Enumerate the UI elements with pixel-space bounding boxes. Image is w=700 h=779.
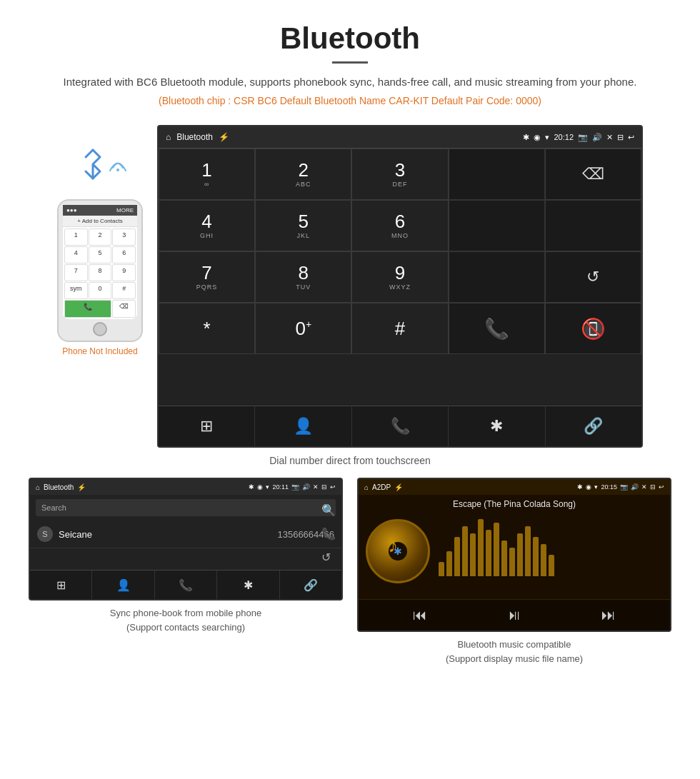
sync-side-icon[interactable]: ↺: [321, 551, 336, 564]
home-icon[interactable]: ⌂: [166, 132, 171, 142]
music-home-icon[interactable]: ⌂: [364, 483, 369, 491]
phone-home-button[interactable]: [93, 322, 107, 336]
phone-key-2[interactable]: 2: [89, 228, 112, 246]
dial-key-star[interactable]: *: [159, 303, 255, 354]
volume-icon[interactable]: 🔊: [592, 133, 602, 142]
dial-key-2[interactable]: 2 ABC: [255, 149, 351, 200]
dial-key-9[interactable]: 9 WXYZ: [351, 251, 448, 303]
dial-call-green[interactable]: 📞: [449, 303, 545, 354]
phone-key-5[interactable]: 5: [89, 246, 112, 263]
music-status-bar: ⌂ A2DP ⚡ ✱ ◉ ▾ 20:15 📷 🔊 ✕ ⊟ ↩: [359, 479, 670, 495]
nav-keypad[interactable]: ⊞: [159, 406, 255, 446]
music-close-icon[interactable]: ✕: [641, 483, 647, 491]
pb-status-left: ⌂ Bluetooth ⚡: [36, 483, 86, 491]
phone-key-1[interactable]: 1: [64, 228, 88, 246]
pb-home-icon[interactable]: ⌂: [36, 483, 40, 491]
music-cam-icon[interactable]: 📷: [620, 483, 628, 491]
close-icon[interactable]: ✕: [606, 133, 613, 142]
pb-vol-icon[interactable]: 🔊: [302, 483, 310, 491]
music-playpause-button[interactable]: ⏯: [507, 607, 521, 623]
phone-key-3[interactable]: 3: [112, 228, 136, 246]
music-vol-icon[interactable]: 🔊: [631, 483, 639, 491]
signal-icon: ▾: [545, 133, 549, 142]
back-icon[interactable]: ↩: [628, 133, 634, 142]
phone-key-call[interactable]: 📞: [64, 300, 111, 318]
dial-backspace[interactable]: ⌫: [545, 149, 641, 200]
search-bar[interactable]: Search: [36, 499, 336, 516]
phone-key-8[interactable]: 8: [89, 264, 112, 281]
music-title: A2DP: [372, 483, 391, 491]
pb-nav-bluetooth[interactable]: ✱: [217, 571, 279, 599]
nav-bluetooth[interactable]: ✱: [449, 406, 545, 446]
dial-key-6[interactable]: 6 MNO: [351, 200, 448, 251]
music-status-right: ✱ ◉ ▾ 20:15 📷 🔊 ✕ ⊟ ↩: [577, 483, 664, 491]
phonebook-bottom-nav: ⊞ 👤 📞 ✱ 🔗: [30, 570, 341, 599]
bottom-row: ⌂ Bluetooth ⚡ ✱ ◉ ▾ 20:11 📷 🔊 ✕ ⊟ ↩: [0, 478, 700, 687]
music-loc-icon: ◉: [586, 483, 591, 491]
nav-calls[interactable]: 📞: [352, 406, 449, 446]
call-side-icon[interactable]: 📞: [321, 527, 336, 541]
phone-key-sym[interactable]: sym: [64, 282, 88, 299]
pb-nav-contacts[interactable]: 👤: [92, 571, 154, 599]
phone-key-del[interactable]: ⌫: [112, 300, 136, 318]
page-specs: (Bluetooth chip : CSR BC6 Default Blueto…: [14, 95, 686, 106]
phone-not-included-label: Phone Not Included: [62, 346, 137, 356]
dial-call-red[interactable]: 📵: [545, 303, 641, 354]
phone-key-0[interactable]: 0: [89, 282, 112, 299]
music-caption: Bluetooth music compatible(Support displ…: [446, 638, 583, 665]
phonebook-caption: Sync phone-book from mobile phone(Suppor…: [110, 606, 261, 634]
contact-row[interactable]: S Seicane 13566664466: [30, 521, 341, 548]
phone-key-hash[interactable]: #: [112, 282, 136, 299]
nav-contacts[interactable]: 👤: [255, 406, 351, 446]
pb-nav-calls[interactable]: 📞: [155, 571, 217, 599]
equalizer: [430, 519, 663, 576]
time-display: 20:12: [554, 133, 574, 141]
phonebook-screen-wrap: ⌂ Bluetooth ⚡ ✱ ◉ ▾ 20:11 📷 🔊 ✕ ⊟ ↩: [29, 478, 343, 665]
music-controls: ⏮ ⏯ ⏭: [359, 599, 670, 630]
phone-key-6[interactable]: 6: [112, 246, 136, 263]
pb-close-icon[interactable]: ✕: [313, 483, 319, 491]
pb-cam-icon[interactable]: 📷: [291, 483, 299, 491]
phone-key-4[interactable]: 4: [64, 246, 88, 263]
dial-key-8[interactable]: 8 TUV: [255, 251, 351, 303]
eq-bar: [525, 526, 531, 576]
phone-keypad: 1 2 3 4 5 6 7 8 9 sym 0 # 📞 ⌫: [63, 227, 137, 319]
music-prev-button[interactable]: ⏮: [413, 607, 427, 623]
search-side-icon[interactable]: 🔍: [321, 503, 336, 517]
screen-icon[interactable]: ⊟: [617, 133, 624, 142]
phone-key-9[interactable]: 9: [112, 264, 136, 281]
status-left: ⌂ Bluetooth ⚡: [166, 132, 229, 142]
phone-key-7[interactable]: 7: [64, 264, 88, 281]
dial-caption: Dial number direct from touchscreen: [0, 455, 700, 466]
car-dial-screen: ⌂ Bluetooth ⚡ ✱ ◉ ▾ 20:12 📷 🔊 ✕ ⊟ ↩ 1 ∞: [157, 125, 643, 448]
pb-signal-icon: ▾: [266, 483, 269, 491]
dial-key-4[interactable]: 4 GHI: [159, 200, 255, 251]
eq-bar: [462, 526, 468, 576]
page-header: Bluetooth Integrated with BC6 Bluetooth …: [0, 0, 700, 125]
eq-bar: [454, 537, 460, 576]
music-status-left: ⌂ A2DP ⚡: [364, 483, 403, 491]
nav-link[interactable]: 🔗: [546, 406, 641, 446]
music-back-icon[interactable]: ↩: [659, 483, 664, 491]
status-title: Bluetooth: [176, 132, 213, 142]
car-status-bar: ⌂ Bluetooth ⚡ ✱ ◉ ▾ 20:12 📷 🔊 ✕ ⊟ ↩: [159, 126, 641, 148]
dial-redial[interactable]: ↺: [545, 251, 641, 303]
music-next-button[interactable]: ⏭: [601, 607, 616, 623]
pb-nav-keypad[interactable]: ⊞: [30, 571, 92, 599]
dial-key-7[interactable]: 7 PQRS: [159, 251, 255, 303]
pb-screen-icon[interactable]: ⊟: [321, 483, 327, 491]
pb-title: Bluetooth: [44, 483, 74, 491]
music-screen-icon[interactable]: ⊟: [650, 483, 656, 491]
dial-key-0[interactable]: 0+: [255, 303, 351, 354]
dial-key-5[interactable]: 5 JKL: [255, 200, 351, 251]
dial-key-1[interactable]: 1 ∞: [159, 149, 255, 200]
phone-screen-contact: + Add to Contacts: [63, 216, 137, 227]
eq-bar: [470, 533, 476, 576]
eq-bar: [509, 548, 515, 576]
dial-key-3[interactable]: 3 DEF: [351, 149, 448, 200]
camera-icon[interactable]: 📷: [578, 133, 588, 142]
pb-nav-link[interactable]: 🔗: [280, 571, 341, 599]
dial-key-hash[interactable]: #: [351, 303, 448, 354]
music-screen-wrap: ⌂ A2DP ⚡ ✱ ◉ ▾ 20:15 📷 🔊 ✕ ⊟ ↩ Escape (T…: [357, 478, 671, 665]
pb-back-icon[interactable]: ↩: [330, 483, 336, 491]
